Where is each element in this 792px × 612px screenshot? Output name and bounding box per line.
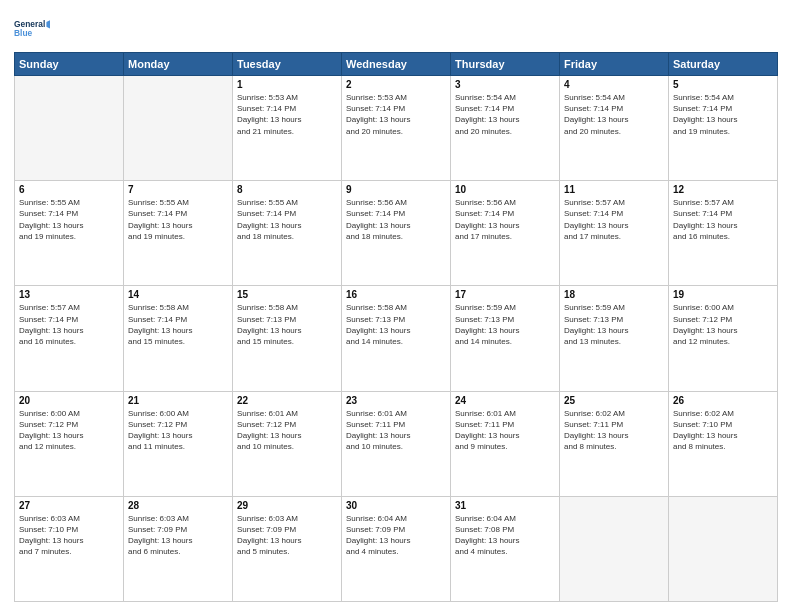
calendar-cell: 22Sunrise: 6:01 AM Sunset: 7:12 PM Dayli…	[233, 391, 342, 496]
day-info: Sunrise: 5:57 AM Sunset: 7:14 PM Dayligh…	[673, 197, 773, 242]
day-info: Sunrise: 5:55 AM Sunset: 7:14 PM Dayligh…	[19, 197, 119, 242]
day-number: 8	[237, 184, 337, 195]
day-info: Sunrise: 6:00 AM Sunset: 7:12 PM Dayligh…	[673, 302, 773, 347]
calendar-cell: 17Sunrise: 5:59 AM Sunset: 7:13 PM Dayli…	[451, 286, 560, 391]
day-number: 2	[346, 79, 446, 90]
calendar-cell: 8Sunrise: 5:55 AM Sunset: 7:14 PM Daylig…	[233, 181, 342, 286]
day-info: Sunrise: 6:01 AM Sunset: 7:11 PM Dayligh…	[455, 408, 555, 453]
day-number: 29	[237, 500, 337, 511]
day-header-saturday: Saturday	[669, 53, 778, 76]
day-info: Sunrise: 5:57 AM Sunset: 7:14 PM Dayligh…	[19, 302, 119, 347]
day-header-monday: Monday	[124, 53, 233, 76]
day-number: 23	[346, 395, 446, 406]
calendar-cell: 18Sunrise: 5:59 AM Sunset: 7:13 PM Dayli…	[560, 286, 669, 391]
calendar-cell: 31Sunrise: 6:04 AM Sunset: 7:08 PM Dayli…	[451, 496, 560, 601]
calendar-cell: 5Sunrise: 5:54 AM Sunset: 7:14 PM Daylig…	[669, 76, 778, 181]
day-number: 10	[455, 184, 555, 195]
day-header-friday: Friday	[560, 53, 669, 76]
day-number: 27	[19, 500, 119, 511]
week-row-1: 1Sunrise: 5:53 AM Sunset: 7:14 PM Daylig…	[15, 76, 778, 181]
day-number: 12	[673, 184, 773, 195]
day-info: Sunrise: 6:03 AM Sunset: 7:09 PM Dayligh…	[128, 513, 228, 558]
day-info: Sunrise: 5:54 AM Sunset: 7:14 PM Dayligh…	[564, 92, 664, 137]
day-number: 24	[455, 395, 555, 406]
day-info: Sunrise: 5:54 AM Sunset: 7:14 PM Dayligh…	[455, 92, 555, 137]
day-info: Sunrise: 6:00 AM Sunset: 7:12 PM Dayligh…	[128, 408, 228, 453]
day-info: Sunrise: 5:57 AM Sunset: 7:14 PM Dayligh…	[564, 197, 664, 242]
day-number: 16	[346, 289, 446, 300]
calendar-cell: 16Sunrise: 5:58 AM Sunset: 7:13 PM Dayli…	[342, 286, 451, 391]
calendar-cell: 26Sunrise: 6:02 AM Sunset: 7:10 PM Dayli…	[669, 391, 778, 496]
day-number: 30	[346, 500, 446, 511]
day-info: Sunrise: 5:59 AM Sunset: 7:13 PM Dayligh…	[455, 302, 555, 347]
day-info: Sunrise: 5:55 AM Sunset: 7:14 PM Dayligh…	[237, 197, 337, 242]
calendar-cell: 1Sunrise: 5:53 AM Sunset: 7:14 PM Daylig…	[233, 76, 342, 181]
day-number: 9	[346, 184, 446, 195]
svg-text:General: General	[14, 19, 45, 29]
day-info: Sunrise: 6:01 AM Sunset: 7:11 PM Dayligh…	[346, 408, 446, 453]
day-info: Sunrise: 5:58 AM Sunset: 7:14 PM Dayligh…	[128, 302, 228, 347]
day-info: Sunrise: 5:53 AM Sunset: 7:14 PM Dayligh…	[237, 92, 337, 137]
calendar-cell: 13Sunrise: 5:57 AM Sunset: 7:14 PM Dayli…	[15, 286, 124, 391]
calendar-cell: 3Sunrise: 5:54 AM Sunset: 7:14 PM Daylig…	[451, 76, 560, 181]
day-info: Sunrise: 5:55 AM Sunset: 7:14 PM Dayligh…	[128, 197, 228, 242]
calendar-cell: 23Sunrise: 6:01 AM Sunset: 7:11 PM Dayli…	[342, 391, 451, 496]
calendar-cell: 9Sunrise: 5:56 AM Sunset: 7:14 PM Daylig…	[342, 181, 451, 286]
day-info: Sunrise: 6:01 AM Sunset: 7:12 PM Dayligh…	[237, 408, 337, 453]
day-number: 6	[19, 184, 119, 195]
week-row-3: 13Sunrise: 5:57 AM Sunset: 7:14 PM Dayli…	[15, 286, 778, 391]
day-number: 14	[128, 289, 228, 300]
calendar-cell: 27Sunrise: 6:03 AM Sunset: 7:10 PM Dayli…	[15, 496, 124, 601]
day-info: Sunrise: 6:03 AM Sunset: 7:09 PM Dayligh…	[237, 513, 337, 558]
day-number: 21	[128, 395, 228, 406]
calendar-cell: 2Sunrise: 5:53 AM Sunset: 7:14 PM Daylig…	[342, 76, 451, 181]
calendar-cell: 10Sunrise: 5:56 AM Sunset: 7:14 PM Dayli…	[451, 181, 560, 286]
calendar: SundayMondayTuesdayWednesdayThursdayFrid…	[14, 52, 778, 602]
calendar-cell: 20Sunrise: 6:00 AM Sunset: 7:12 PM Dayli…	[15, 391, 124, 496]
calendar-header-row: SundayMondayTuesdayWednesdayThursdayFrid…	[15, 53, 778, 76]
calendar-cell: 15Sunrise: 5:58 AM Sunset: 7:13 PM Dayli…	[233, 286, 342, 391]
day-number: 3	[455, 79, 555, 90]
calendar-cell: 11Sunrise: 5:57 AM Sunset: 7:14 PM Dayli…	[560, 181, 669, 286]
calendar-cell	[560, 496, 669, 601]
day-header-tuesday: Tuesday	[233, 53, 342, 76]
day-number: 28	[128, 500, 228, 511]
day-number: 4	[564, 79, 664, 90]
day-number: 11	[564, 184, 664, 195]
logo: General Blue	[14, 10, 50, 46]
day-number: 19	[673, 289, 773, 300]
day-header-thursday: Thursday	[451, 53, 560, 76]
day-number: 20	[19, 395, 119, 406]
day-header-wednesday: Wednesday	[342, 53, 451, 76]
calendar-cell	[669, 496, 778, 601]
calendar-cell	[124, 76, 233, 181]
calendar-cell: 25Sunrise: 6:02 AM Sunset: 7:11 PM Dayli…	[560, 391, 669, 496]
header: General Blue	[14, 10, 778, 46]
day-info: Sunrise: 5:59 AM Sunset: 7:13 PM Dayligh…	[564, 302, 664, 347]
day-number: 26	[673, 395, 773, 406]
calendar-cell: 21Sunrise: 6:00 AM Sunset: 7:12 PM Dayli…	[124, 391, 233, 496]
day-number: 7	[128, 184, 228, 195]
calendar-cell: 24Sunrise: 6:01 AM Sunset: 7:11 PM Dayli…	[451, 391, 560, 496]
day-number: 31	[455, 500, 555, 511]
day-info: Sunrise: 6:04 AM Sunset: 7:08 PM Dayligh…	[455, 513, 555, 558]
day-number: 13	[19, 289, 119, 300]
calendar-cell	[15, 76, 124, 181]
day-header-sunday: Sunday	[15, 53, 124, 76]
day-number: 5	[673, 79, 773, 90]
calendar-cell: 28Sunrise: 6:03 AM Sunset: 7:09 PM Dayli…	[124, 496, 233, 601]
calendar-cell: 4Sunrise: 5:54 AM Sunset: 7:14 PM Daylig…	[560, 76, 669, 181]
day-number: 15	[237, 289, 337, 300]
day-info: Sunrise: 6:02 AM Sunset: 7:11 PM Dayligh…	[564, 408, 664, 453]
svg-marker-2	[46, 20, 50, 30]
day-info: Sunrise: 6:02 AM Sunset: 7:10 PM Dayligh…	[673, 408, 773, 453]
day-info: Sunrise: 6:04 AM Sunset: 7:09 PM Dayligh…	[346, 513, 446, 558]
day-info: Sunrise: 5:54 AM Sunset: 7:14 PM Dayligh…	[673, 92, 773, 137]
week-row-2: 6Sunrise: 5:55 AM Sunset: 7:14 PM Daylig…	[15, 181, 778, 286]
week-row-5: 27Sunrise: 6:03 AM Sunset: 7:10 PM Dayli…	[15, 496, 778, 601]
day-info: Sunrise: 5:53 AM Sunset: 7:14 PM Dayligh…	[346, 92, 446, 137]
svg-text:Blue: Blue	[14, 28, 33, 38]
calendar-cell: 29Sunrise: 6:03 AM Sunset: 7:09 PM Dayli…	[233, 496, 342, 601]
logo-svg: General Blue	[14, 10, 50, 46]
day-number: 18	[564, 289, 664, 300]
